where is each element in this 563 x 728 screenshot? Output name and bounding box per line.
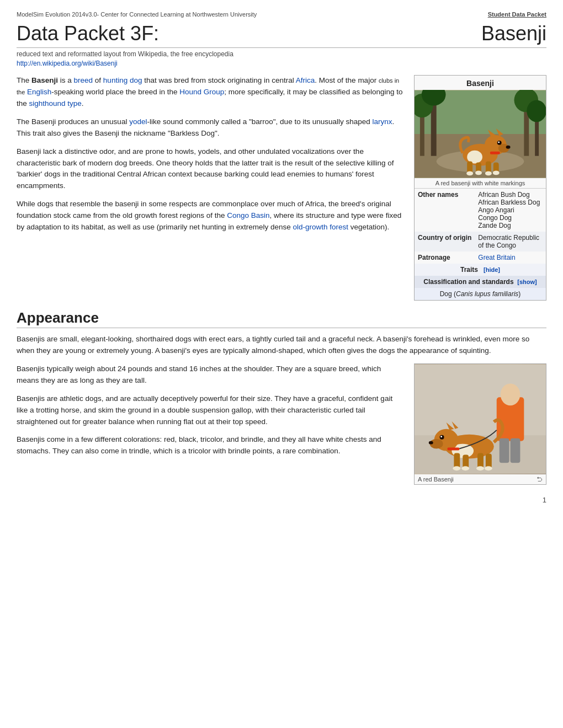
- infobox-table: Other names African Bush DogAfrican Bark…: [415, 189, 546, 300]
- intro-para-2: The Basenji produces an unusual yodel-li…: [17, 116, 403, 140]
- svg-point-42: [453, 466, 460, 470]
- intro-text-col: The Basenji is a breed of hunting dog th…: [17, 75, 403, 301]
- classification-show-link[interactable]: [show]: [517, 279, 537, 285]
- subtitle-row: reduced text and reformatted layout from…: [17, 50, 546, 58]
- appearance-cols: Basenjis typically weigh about 24 pounds…: [17, 363, 546, 485]
- page-title-left: Data Packet 3F:: [17, 22, 159, 45]
- svg-rect-34: [500, 438, 509, 463]
- top-bar-left: ModelSim Evolution 2014v3.0- Center for …: [17, 11, 257, 18]
- svg-point-24: [466, 171, 473, 175]
- intro-para-1: The Basenji is a breed of hunting dog th…: [17, 75, 403, 110]
- svg-point-44: [476, 466, 484, 470]
- wiki-link-row: http://en.wikipedia.org/wiki/Basenji: [17, 59, 546, 67]
- infobox-value-country: Democratic Republic of the Congo: [475, 232, 546, 251]
- infobox-dog-value: Dog (Canis lupus familiaris): [415, 288, 546, 300]
- infobox-image: [415, 90, 546, 178]
- appearance-infobox: A red Basenji ⮌: [414, 363, 546, 485]
- top-bar: ModelSim Evolution 2014v3.0- Center for …: [17, 11, 546, 18]
- svg-point-33: [501, 383, 520, 405]
- top-bar-right: Student Data Packet: [488, 11, 546, 18]
- appearance-image-col: A red Basenji ⮌: [414, 363, 546, 485]
- appearance-para-1: Basenjis are small, elegant-looking, sho…: [17, 334, 546, 357]
- appearance-text-col: Basenjis typically weigh about 24 pounds…: [17, 363, 403, 485]
- infobox-title: Basenji: [415, 76, 546, 90]
- svg-point-27: [493, 170, 500, 175]
- main-content: The Basenji is a breed of hunting dog th…: [17, 75, 546, 301]
- infobox-label-othernames: Other names: [415, 189, 475, 232]
- svg-point-26: [485, 171, 492, 175]
- appearance-section: Appearance Basenjis are small, elegant-l…: [17, 309, 546, 485]
- svg-point-43: [461, 466, 469, 470]
- infobox-label-patronage: Patronage: [415, 251, 475, 264]
- infobox-label-country: Country of origin: [415, 232, 475, 251]
- infobox-image-caption: A red basenji with white markings: [415, 178, 546, 189]
- infobox-row-dog: Dog (Canis lupus familiaris): [415, 288, 546, 300]
- svg-point-15: [506, 146, 511, 149]
- svg-rect-28: [490, 152, 500, 154]
- infobox-row-classification: Classification and standards [show]: [415, 276, 546, 288]
- infobox-traits-header: Traits [hide]: [415, 264, 546, 276]
- infobox-row-country: Country of origin Democratic Republic of…: [415, 232, 546, 251]
- svg-point-9: [527, 100, 546, 122]
- title-row: Data Packet 3F: Basenji: [17, 22, 546, 48]
- svg-rect-41: [486, 453, 492, 468]
- infobox: Basenji: [414, 75, 546, 301]
- svg-rect-35: [511, 438, 520, 463]
- page-title-right: Basenji: [481, 22, 546, 45]
- wiki-link[interactable]: http://en.wikipedia.org/wiki/Basenji: [17, 60, 118, 67]
- svg-rect-40: [477, 453, 484, 468]
- svg-point-17: [498, 141, 500, 143]
- svg-point-25: [475, 170, 482, 175]
- intro-para-4: While dogs that resemble the basenji in …: [17, 199, 403, 233]
- infobox-row-traits: Traits [hide]: [415, 264, 546, 276]
- image-icon: ⮌: [537, 476, 543, 483]
- appearance-title: Appearance: [17, 309, 546, 328]
- infobox-classification-header: Classification and standards [show]: [415, 276, 546, 288]
- svg-rect-38: [454, 453, 460, 468]
- infobox-value-othernames: African Bush DogAfrican Barkless DogAngo…: [475, 189, 546, 232]
- appearance-para-4: Basenjis come in a few different colorat…: [17, 434, 403, 457]
- appearance-para-3: Basenjis are athletic dogs, and are actu…: [17, 393, 403, 428]
- svg-point-48: [429, 441, 433, 445]
- intro-para-3: Basenji lack a distinctive odor, and are…: [17, 146, 403, 192]
- subtitle-text: reduced text and reformatted layout from…: [17, 50, 233, 58]
- infobox-value-patronage: Great Britain: [475, 251, 546, 264]
- svg-rect-31: [415, 365, 546, 436]
- svg-point-45: [485, 466, 492, 470]
- traits-hide-link[interactable]: [hide]: [484, 266, 500, 273]
- infobox-row-patronage: Patronage Great Britain: [415, 251, 546, 264]
- appearance-image-caption: A red Basenji ⮌: [415, 474, 546, 484]
- appearance-image: [415, 364, 546, 474]
- page-number: 1: [17, 496, 546, 504]
- infobox-row-othernames: Other names African Bush DogAfrican Bark…: [415, 189, 546, 232]
- svg-rect-53: [448, 447, 460, 450]
- svg-point-50: [440, 436, 442, 437]
- appearance-para-2: Basenjis typically weigh about 24 pounds…: [17, 363, 403, 387]
